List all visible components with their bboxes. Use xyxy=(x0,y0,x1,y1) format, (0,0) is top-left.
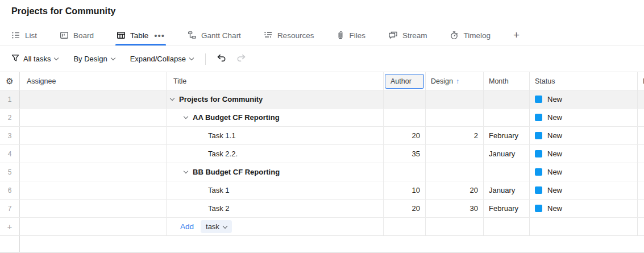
tab-label: Files xyxy=(349,31,365,40)
filter-dropdown[interactable]: All tasks xyxy=(11,54,58,64)
column-header-assignee[interactable]: Assignee xyxy=(20,72,167,90)
gear-icon: ⚙ xyxy=(6,76,13,86)
task-title: Projects for Community xyxy=(179,95,263,103)
design-cell[interactable] xyxy=(426,109,484,126)
chevron-down-icon[interactable] xyxy=(184,169,188,173)
author-cell[interactable] xyxy=(384,90,426,108)
design-cell[interactable]: 30 xyxy=(426,200,484,217)
column-header-partial[interactable]: E xyxy=(638,72,644,90)
status-cell[interactable]: New xyxy=(530,200,638,217)
redo-button[interactable] xyxy=(236,54,246,64)
design-cell[interactable]: 2 xyxy=(426,127,484,144)
chevron-down-icon xyxy=(189,55,194,60)
title-cell[interactable]: Task 1.1 xyxy=(167,127,384,144)
status-label: New xyxy=(547,168,562,176)
title-cell[interactable]: BB Budget CF Reporting xyxy=(167,163,384,181)
status-cell[interactable]: New xyxy=(530,163,638,181)
add-button[interactable]: Add xyxy=(180,222,194,231)
row-number[interactable]: 1 xyxy=(0,90,20,108)
design-cell[interactable] xyxy=(426,145,484,163)
month-cell[interactable]: January xyxy=(484,181,530,199)
task-title: Task 1 xyxy=(208,186,230,194)
row-number[interactable]: 4 xyxy=(0,145,20,163)
tab-stream[interactable]: Stream xyxy=(388,25,427,45)
month-cell[interactable]: February xyxy=(484,200,530,217)
status-cell[interactable]: New xyxy=(530,145,638,163)
resources-icon xyxy=(264,31,273,40)
status-color-square xyxy=(535,114,542,121)
assignee-cell[interactable] xyxy=(20,109,167,126)
tab-label: Table xyxy=(130,31,148,40)
column-header-month[interactable]: Month xyxy=(484,72,530,90)
title-cell[interactable]: Task 2.2. xyxy=(167,145,384,163)
group-by-label: By Design xyxy=(73,55,107,63)
author-cell[interactable]: 35 xyxy=(384,145,426,163)
author-cell[interactable] xyxy=(384,163,426,181)
status-cell[interactable]: New xyxy=(530,109,638,126)
month-cell[interactable] xyxy=(484,109,530,126)
column-label: Assignee xyxy=(27,77,56,85)
design-cell[interactable] xyxy=(426,90,484,108)
month-cell[interactable] xyxy=(484,163,530,181)
author-cell[interactable] xyxy=(384,109,426,126)
status-cell[interactable]: New xyxy=(530,181,638,199)
status-cell[interactable]: New xyxy=(530,127,638,144)
status-cell[interactable]: New xyxy=(530,90,638,108)
tab-timelog[interactable]: Timelog xyxy=(450,25,491,45)
table-header-row: ⚙ Assignee Title Author Design ↑ Month S… xyxy=(0,72,644,90)
partial-cell xyxy=(638,181,644,199)
overflow-menu-icon[interactable]: ••• xyxy=(154,31,165,40)
chevron-down-icon[interactable] xyxy=(184,114,188,119)
assignee-cell[interactable] xyxy=(20,127,167,144)
chevron-down-icon[interactable] xyxy=(170,96,174,101)
column-header-title[interactable]: Title xyxy=(167,72,384,90)
status-label: New xyxy=(547,95,562,103)
tab-files[interactable]: Files xyxy=(336,25,365,45)
month-cell[interactable]: February xyxy=(484,127,530,144)
tab-board[interactable]: Board xyxy=(60,25,94,45)
table-settings-button[interactable]: ⚙ xyxy=(0,72,20,90)
status-color-square xyxy=(535,186,542,194)
month-cell[interactable]: January xyxy=(484,145,530,163)
add-row-cell xyxy=(530,218,638,235)
column-header-design[interactable]: Design ↑ xyxy=(426,72,484,90)
title-cell[interactable]: AA Budget CF Reporting xyxy=(167,109,384,126)
table-row: 7Task 22030FebruaryNew xyxy=(0,200,644,218)
tab-list[interactable]: List xyxy=(11,25,37,45)
row-number[interactable]: 3 xyxy=(0,127,20,144)
group-by-dropdown[interactable]: By Design xyxy=(73,55,114,63)
undo-button[interactable] xyxy=(217,54,226,64)
assignee-cell[interactable] xyxy=(20,90,167,108)
row-number[interactable]: 6 xyxy=(0,181,20,199)
table-toolbar: All tasks By Design Expand/Collapse xyxy=(0,46,644,72)
row-number[interactable]: 5 xyxy=(0,163,20,181)
add-row-plus-button[interactable]: + xyxy=(0,218,20,235)
tab-resources[interactable]: Resources xyxy=(264,25,314,45)
author-cell[interactable]: 10 xyxy=(384,181,426,199)
expand-collapse-dropdown[interactable]: Expand/Collapse xyxy=(130,55,193,63)
add-type-dropdown[interactable]: task xyxy=(201,220,232,233)
title-cell[interactable]: Projects for Community xyxy=(167,90,384,108)
tab-table[interactable]: Table ••• xyxy=(117,25,165,45)
month-cell[interactable] xyxy=(484,90,530,108)
tab-gantt-chart[interactable]: Gantt Chart xyxy=(188,25,241,45)
stopwatch-icon xyxy=(450,31,459,40)
design-cell[interactable] xyxy=(426,163,484,181)
author-cell[interactable]: 20 xyxy=(384,127,426,144)
assignee-cell[interactable] xyxy=(20,200,167,217)
row-number[interactable]: 2 xyxy=(0,109,20,126)
assignee-cell[interactable] xyxy=(20,181,167,199)
author-cell[interactable]: 20 xyxy=(384,200,426,217)
column-header-status[interactable]: Status xyxy=(530,72,638,90)
redo-icon xyxy=(236,54,246,64)
title-cell[interactable]: Task 1 xyxy=(167,181,384,199)
add-view-button[interactable]: + xyxy=(513,25,520,45)
assignee-cell[interactable] xyxy=(20,163,167,181)
column-header-author[interactable]: Author xyxy=(384,72,426,90)
design-cell[interactable]: 20 xyxy=(426,181,484,199)
row-number[interactable]: 7 xyxy=(0,200,20,217)
board-icon xyxy=(60,31,69,40)
assignee-cell[interactable] xyxy=(20,145,167,163)
paperclip-icon xyxy=(336,31,344,40)
title-cell[interactable]: Task 2 xyxy=(167,200,384,217)
